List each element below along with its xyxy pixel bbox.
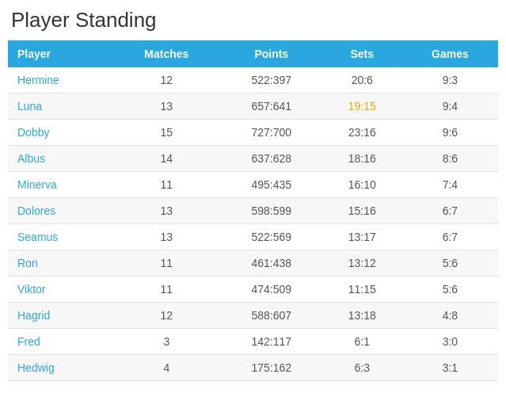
column-header-sets: Sets	[322, 40, 402, 67]
cell-matches: 13	[112, 198, 221, 224]
cell-player[interactable]: Minerva	[8, 172, 112, 198]
cell-games: 3:1	[402, 355, 498, 381]
cell-games: 6:7	[402, 198, 498, 224]
cell-points: 142:117	[221, 329, 322, 355]
table-row: Hedwig4175:1626:33:1	[8, 355, 498, 381]
cell-player[interactable]: Hagrid	[8, 303, 112, 329]
cell-games: 9:3	[402, 67, 498, 94]
table-row: Hagrid12588:60713:184:8	[8, 303, 498, 329]
cell-sets: 13:18	[322, 303, 402, 329]
cell-sets: 16:10	[322, 172, 402, 198]
table-header-row: PlayerMatchesPointsSetsGames	[8, 40, 498, 67]
cell-games: 5:6	[402, 277, 498, 303]
cell-points: 657:641	[221, 94, 322, 120]
cell-matches: 13	[112, 94, 221, 120]
cell-sets: 11:15	[322, 277, 402, 303]
cell-games: 4:8	[402, 303, 498, 329]
cell-player[interactable]: Viktor	[8, 277, 112, 303]
cell-sets: 6:3	[322, 355, 402, 381]
cell-points: 522:397	[221, 67, 322, 94]
cell-player[interactable]: Hedwig	[8, 355, 112, 381]
cell-games: 9:4	[402, 94, 498, 120]
column-header-points: Points	[221, 40, 322, 67]
cell-player[interactable]: Luna	[8, 94, 112, 120]
cell-player[interactable]: Ron	[8, 250, 112, 277]
cell-matches: 14	[112, 146, 221, 172]
cell-games: 3:0	[402, 329, 498, 355]
cell-games: 9:6	[402, 120, 498, 146]
cell-player[interactable]: Fred	[8, 329, 112, 355]
cell-games: 6:7	[402, 224, 498, 250]
cell-points: 598:599	[221, 198, 322, 224]
cell-matches: 11	[112, 172, 221, 198]
cell-matches: 4	[112, 355, 221, 381]
cell-sets: 13:12	[322, 250, 402, 277]
cell-player[interactable]: Hermine	[8, 67, 112, 94]
table-body: Hermine12522:39720:69:3Luna13657:64119:1…	[8, 67, 498, 381]
column-header-games: Games	[402, 40, 498, 67]
table-row: Ron11461:43813:125:6	[8, 250, 498, 277]
cell-matches: 11	[112, 277, 221, 303]
standings-table: PlayerMatchesPointsSetsGames Hermine1252…	[8, 40, 498, 381]
cell-points: 474:509	[221, 277, 322, 303]
column-header-player: Player	[8, 40, 112, 67]
cell-player[interactable]: Albus	[8, 146, 112, 172]
cell-points: 495:435	[221, 172, 322, 198]
cell-games: 5:6	[402, 250, 498, 277]
table-row: Viktor11474:50911:155:6	[8, 277, 498, 303]
cell-points: 588:607	[221, 303, 322, 329]
cell-sets: 18:16	[322, 146, 402, 172]
table-row: Minerva11495:43516:107:4	[8, 172, 498, 198]
cell-sets: 15:16	[322, 198, 402, 224]
table-row: Dolores13598:59915:166:7	[8, 198, 498, 224]
cell-points: 727:700	[221, 120, 322, 146]
table-row: Albus14637:62818:168:6	[8, 146, 498, 172]
cell-games: 8:6	[402, 146, 498, 172]
cell-sets: 6:1	[322, 329, 402, 355]
column-header-matches: Matches	[112, 40, 221, 67]
cell-matches: 3	[112, 329, 221, 355]
cell-player[interactable]: Seamus	[8, 224, 112, 250]
cell-matches: 12	[112, 303, 221, 329]
cell-games: 7:4	[402, 172, 498, 198]
cell-points: 175:162	[221, 355, 322, 381]
cell-sets: 20:6	[322, 67, 402, 94]
cell-sets: 19:15	[322, 94, 402, 120]
table-row: Dobby15727:70023:169:6	[8, 120, 498, 146]
table-row: Luna13657:64119:159:4	[8, 94, 498, 120]
cell-matches: 12	[112, 67, 221, 94]
page-title: Player Standing	[8, 8, 498, 32]
cell-sets: 23:16	[322, 120, 402, 146]
table-row: Hermine12522:39720:69:3	[8, 67, 498, 94]
cell-player[interactable]: Dobby	[8, 120, 112, 146]
cell-points: 461:438	[221, 250, 322, 277]
cell-matches: 11	[112, 250, 221, 277]
cell-points: 522:569	[221, 224, 322, 250]
cell-points: 637:628	[221, 146, 322, 172]
cell-player[interactable]: Dolores	[8, 198, 112, 224]
table-row: Fred3142:1176:13:0	[8, 329, 498, 355]
cell-matches: 13	[112, 224, 221, 250]
cell-sets: 13:17	[322, 224, 402, 250]
cell-matches: 15	[112, 120, 221, 146]
table-row: Seamus13522:56913:176:7	[8, 224, 498, 250]
